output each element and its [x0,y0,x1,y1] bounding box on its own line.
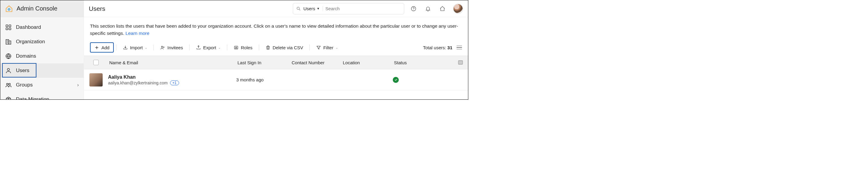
svg-point-15 [161,46,162,47]
filter-icon [316,45,321,50]
sidebar-item-data-migration[interactable]: Data Migration [0,92,84,100]
chevron-right-icon: › [77,82,79,88]
sidebar-item-label: Groups [16,82,33,88]
add-button-label: Add [101,45,110,50]
separator [309,44,310,50]
user-icon [5,67,12,74]
bell-icon [425,6,431,12]
sidebar-item-label: Users [16,68,29,74]
export-icon [196,45,201,50]
chevron-down-icon: ⌄ [336,46,338,49]
filter-button-label: Filter [323,45,333,50]
organization-icon [5,38,12,45]
import-icon [123,45,128,50]
user-avatar[interactable] [453,4,463,14]
delete-csv-button-label: Delete via CSV [273,45,303,50]
caret-down-icon: ▼ [317,7,320,10]
brand-title: Admin Console [17,5,58,12]
col-location[interactable]: Location [342,60,393,65]
columns-settings-button[interactable] [453,60,468,65]
svg-rect-6 [6,28,8,30]
search-input[interactable] [326,6,401,11]
list-density-toggle[interactable] [457,46,462,49]
col-last-sign-in[interactable]: Last Sign In [236,60,290,65]
svg-point-1 [297,7,300,9]
svg-rect-5 [9,25,11,27]
dashboard-icon [5,24,12,31]
help-icon [410,6,416,12]
import-button-label: Import [130,45,143,50]
name-email-cell[interactable]: Aaliya Khan aaliya.khan@zylkertraining.c… [108,74,236,85]
brand-logo-icon [5,5,13,13]
separator [189,44,190,50]
trash-icon [266,45,271,50]
home-button[interactable] [437,4,447,14]
col-contact-number[interactable]: Contact Number [290,60,342,65]
brand-area: Admin Console [0,0,84,17]
sidebar-item-groups[interactable]: Groups › [0,78,84,92]
home-icon [439,6,445,12]
sidebar: Dashboard Organization Domains Users Gro… [0,17,84,100]
columns-icon [458,60,463,65]
import-button[interactable]: Import ⌄ [119,42,151,52]
col-status[interactable]: Status [393,60,453,65]
add-button[interactable]: Add [90,42,114,52]
svg-rect-18 [458,61,463,64]
sidebar-item-domains[interactable]: Domains [0,49,84,63]
svg-rect-4 [6,25,8,27]
roles-button[interactable]: Roles [230,42,256,52]
svg-rect-7 [9,28,11,30]
roles-icon [234,45,239,50]
delete-csv-button[interactable]: Delete via CSV [261,42,307,52]
svg-rect-9 [9,41,11,44]
table-header: Name & Email Last Sign In Contact Number… [84,56,468,69]
sidebar-item-label: Domains [16,53,36,59]
svg-point-12 [7,83,8,85]
invitees-icon [160,45,165,50]
export-button[interactable]: Export ⌄ [192,42,224,52]
total-users-value: 31 [447,45,452,50]
plus-icon [94,45,99,50]
chevron-down-icon: ⌄ [145,46,147,49]
sidebar-item-label: Dashboard [16,24,41,30]
extra-emails-badge[interactable]: +1 [170,80,179,85]
status-cell [393,77,453,83]
learn-more-link[interactable]: Learn more [125,31,149,36]
search-category-dropdown[interactable]: Users ▼ [303,6,323,11]
row-select-cell[interactable] [84,73,108,86]
last-sign-in-cell: 3 months ago [236,77,290,82]
col-name-email[interactable]: Name & Email [108,60,236,65]
notifications-button[interactable] [423,4,433,14]
svg-point-13 [9,83,10,85]
select-all-cell[interactable] [84,60,108,65]
total-users-label: Total users: [423,45,447,50]
users-table: Name & Email Last Sign In Contact Number… [84,56,468,90]
svg-point-11 [7,69,9,71]
toolbar: Add Import ⌄ Invitees Export ⌄ R [84,39,468,56]
user-email: aaliya.khan@zylkertraining.com [108,80,168,85]
sidebar-item-label: Data Migration [16,97,49,100]
chevron-down-icon: ⌄ [218,46,221,49]
sidebar-item-dashboard[interactable]: Dashboard [0,20,84,35]
separator [116,44,117,50]
separator [259,44,259,50]
invitees-button-label: Invitees [167,45,183,50]
migration-icon [5,96,12,100]
sidebar-item-users[interactable]: Users [0,63,84,78]
select-all-checkbox[interactable] [93,60,99,65]
invitees-button[interactable]: Invitees [156,42,187,52]
groups-icon [5,82,12,88]
sidebar-item-organization[interactable]: Organization [0,35,84,49]
svg-point-17 [236,47,237,48]
table-row[interactable]: Aaliya Khan aaliya.khan@zylkertraining.c… [84,69,468,90]
user-row-avatar [89,73,103,86]
help-button[interactable] [408,4,418,14]
roles-button-label: Roles [241,45,252,50]
status-active-icon [393,77,399,83]
export-button-label: Export [203,45,216,50]
filter-button[interactable]: Filter ⌄ [312,42,342,52]
user-name: Aaliya Khan [108,74,179,80]
global-search[interactable]: Users ▼ [293,3,404,14]
intro-text: This section lists the users that have b… [84,17,468,39]
total-users: Total users: 31 [423,45,452,50]
